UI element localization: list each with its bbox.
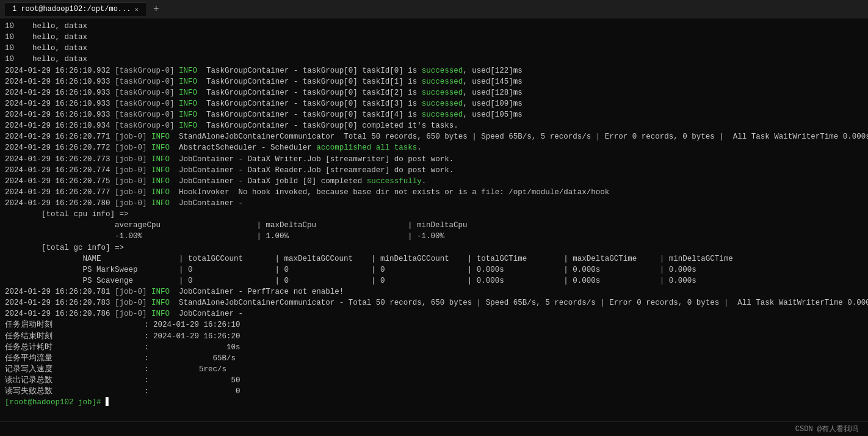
terminal-line: PS MarkSweep | 0 | 0 | 0 | 0.000s | 0.00… xyxy=(5,264,863,275)
terminal-line: NAME | totalGCCount | maxDeltaGCCount | … xyxy=(5,253,863,264)
terminal-line: [total gc info] => xyxy=(5,242,863,253)
terminal-line: -1.00% | 1.00% | -1.00% xyxy=(5,231,863,242)
terminal-line: 2024-01-29 16:26:20.777 [job-0] INFO Hoo… xyxy=(5,187,863,198)
terminal-line: 10 hello, datax xyxy=(5,32,863,43)
terminal-line: 2024-01-29 16:26:20.773 [job-0] INFO Job… xyxy=(5,154,863,165)
terminal-line: 2024-01-29 16:26:10.933 [taskGroup-0] IN… xyxy=(5,87,863,98)
terminal-line: 2024-01-29 16:26:20.775 [job-0] INFO Job… xyxy=(5,176,863,187)
terminal-line: 读写失败总数 : 0 xyxy=(5,386,863,397)
terminal-line: 2024-01-29 16:26:20.780 [job-0] INFO Job… xyxy=(5,198,863,209)
terminal-line: 2024-01-29 16:26:20.786 [job-0] INFO Job… xyxy=(5,308,863,319)
terminal-line: 读出记录总数 : 50 xyxy=(5,375,863,386)
active-tab[interactable]: 1 root@hadoop102:/opt/mo... ✕ xyxy=(5,2,146,16)
bottom-bar: CSDN @有人看我吗 xyxy=(0,421,868,436)
new-tab-button[interactable]: + xyxy=(150,4,163,15)
terminal-line: 2024-01-29 16:26:10.933 [taskGroup-0] IN… xyxy=(5,109,863,120)
terminal-line: 2024-01-29 16:26:10.933 [taskGroup-0] IN… xyxy=(5,76,863,87)
terminal-line: 2024-01-29 16:26:10.933 [taskGroup-0] IN… xyxy=(5,98,863,109)
terminal-line: 任务总计耗时 : 10s xyxy=(5,342,863,353)
watermark-text: CSDN @有人看我吗 xyxy=(795,424,858,434)
tab-close-icon[interactable]: ✕ xyxy=(134,5,139,13)
terminal-line: 2024-01-29 16:26:20.781 [job-0] INFO Job… xyxy=(5,286,863,297)
terminal-line: 2024-01-29 16:26:20.774 [job-0] INFO Job… xyxy=(5,165,863,176)
terminal-line: 任务启动时刻 : 2024-01-29 16:26:10 xyxy=(5,319,863,330)
terminal-line: [root@hadoop102 job]# ▋ xyxy=(5,397,863,408)
terminal-line: 记录写入速度 : 5rec/s xyxy=(5,364,863,375)
terminal-line: 10 hello, datax xyxy=(5,21,863,32)
terminal-line: 任务平均流量 : 65B/s xyxy=(5,353,863,364)
terminal-line: 任务结束时刻 : 2024-01-29 16:26:20 xyxy=(5,331,863,342)
terminal-line: 2024-01-29 16:26:10.932 [taskGroup-0] IN… xyxy=(5,65,863,76)
terminal-line: 2024-01-29 16:26:10.934 [taskGroup-0] IN… xyxy=(5,120,863,131)
terminal-body[interactable]: 10 hello, datax10 hello, datax10 hello, … xyxy=(0,18,868,421)
terminal-line: [total cpu info] => xyxy=(5,209,863,220)
title-bar: 1 root@hadoop102:/opt/mo... ✕ + xyxy=(0,0,868,18)
terminal-window: 1 root@hadoop102:/opt/mo... ✕ + 10 hello… xyxy=(0,0,868,436)
terminal-line: PS Scavenge | 0 | 0 | 0 | 0.000s | 0.000… xyxy=(5,275,863,286)
terminal-line: 10 hello, datax xyxy=(5,54,863,65)
terminal-line: averageCpu | maxDeltaCpu | minDeltaCpu xyxy=(5,220,863,231)
tab-label: 1 root@hadoop102:/opt/mo... xyxy=(12,5,131,13)
terminal-line: 2024-01-29 16:26:20.771 [job-0] INFO Sta… xyxy=(5,131,863,142)
terminal-line: 2024-01-29 16:26:20.772 [job-0] INFO Abs… xyxy=(5,142,863,153)
terminal-line: 2024-01-29 16:26:20.783 [job-0] INFO Sta… xyxy=(5,297,863,308)
terminal-line: 10 hello, datax xyxy=(5,43,863,54)
